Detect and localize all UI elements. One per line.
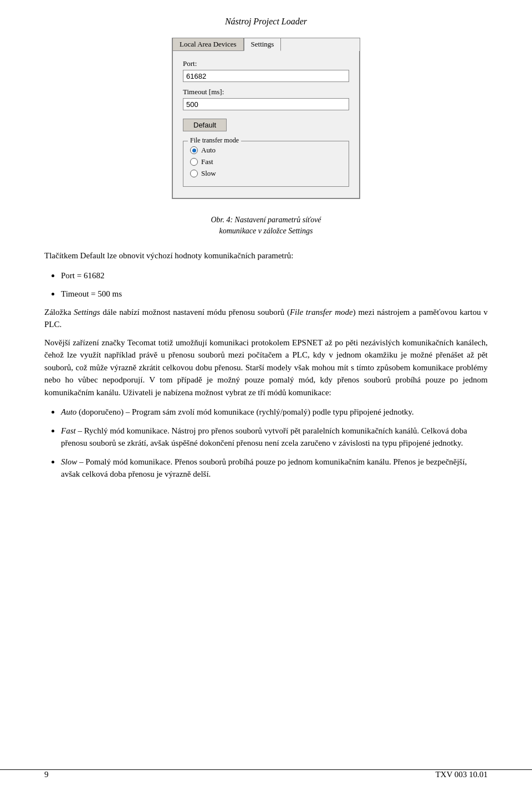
page-title: Nástroj Project Loader [44,17,488,27]
paragraph2: Záložka Settings dále nabízí možnost nas… [44,306,488,331]
radio-slow-label: Slow [201,169,216,178]
bullet-auto-text: – Program sám zvolí mód komunikace (rych… [124,407,414,416]
page-footer: 9 TXV 003 10.01 [0,769,532,779]
bullet-fast: Fast – Rychlý mód komunikace. Nástroj pr… [61,423,488,450]
radio-auto-label: Auto [201,146,216,155]
caption-line2: komunikace v záložce Settings [44,227,488,236]
paragraph1: Tlačítkem Default lze obnovit výchozí ho… [44,249,488,262]
page: Nástroj Project Loader Local Area Device… [0,0,532,796]
bullet-auto: Auto (doporučeno) – Program sám zvolí mó… [61,404,488,419]
caption-line1: Obr. 4: Nastavení parametrů síťové [44,216,488,224]
footer-doc-number: TXV 003 10.01 [436,770,488,779]
file-transfer-legend: File transfer mode [188,136,241,145]
bullet-timeout: Timeout = 500 ms [61,286,488,300]
tab-local-area-devices-label: Local Area Devices [180,40,237,48]
bullet-slow: Slow – Pomalý mód komunikace. Přenos sou… [61,454,488,481]
footer-page-number: 9 [44,770,49,779]
radio-slow-circle[interactable] [190,170,198,177]
caption-block: Obr. 4: Nastavení parametrů síťové komun… [44,216,488,236]
radio-auto-circle[interactable] [190,146,198,154]
radio-fast-circle[interactable] [190,158,198,166]
bullets1: Port = 61682 Timeout = 500 ms [61,268,488,300]
port-field-group: Port: [183,59,349,82]
dialog-tabs: Local Area Devices Settings [172,38,360,51]
port-input[interactable] [183,70,349,82]
bullet-port: Port = 61682 [61,268,488,282]
radio-fast[interactable]: Fast [190,157,342,166]
file-transfer-group: File transfer mode Auto Fast Slow [183,141,349,187]
timeout-input[interactable] [183,98,349,110]
bullet-auto-term: Auto [61,407,76,416]
port-label: Port: [183,59,349,68]
bullet-fast-term: Fast [61,426,76,435]
bullet-slow-text: – Pomalý mód komunikace. Přenos souborů … [61,457,467,479]
bullet-auto-note: (doporučeno) [79,407,124,416]
bullet-slow-term: Slow [61,457,77,466]
radio-auto[interactable]: Auto [190,146,342,155]
timeout-field-group: Timeout [ms]: [183,88,349,110]
dialog-body: Port: Timeout [ms]: Default File transfe… [172,51,360,198]
radio-slow[interactable]: Slow [190,169,342,178]
timeout-label: Timeout [ms]: [183,88,349,96]
dialog-window: Local Area Devices Settings Port: Timeou… [172,38,360,199]
tab-settings[interactable]: Settings [244,38,282,51]
paragraph3: Novější zařízení značky Tecomat totiž um… [44,336,488,399]
dialog-container: Local Area Devices Settings Port: Timeou… [44,38,488,199]
tab-local-area-devices[interactable]: Local Area Devices [172,38,244,51]
default-button[interactable]: Default [183,119,227,131]
tab-settings-label: Settings [251,40,274,48]
bullets2: Auto (doporučeno) – Program sám zvolí mó… [61,404,488,481]
bullet-fast-text: – Rychlý mód komunikace. Nástroj pro pře… [61,426,467,448]
radio-fast-label: Fast [201,157,213,166]
